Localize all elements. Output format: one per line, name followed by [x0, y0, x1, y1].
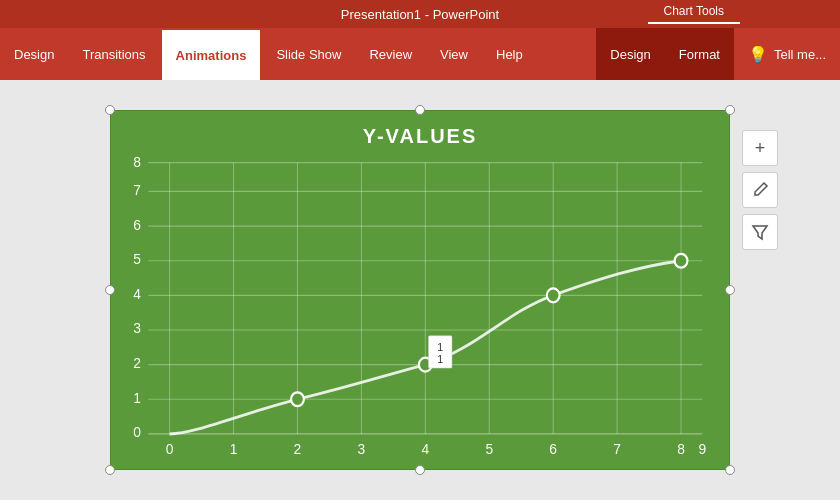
svg-text:8: 8: [677, 440, 685, 457]
app-title: Presentation1 - PowerPoint: [341, 7, 499, 22]
svg-text:1: 1: [437, 353, 443, 365]
svg-text:0: 0: [133, 424, 141, 441]
sidebar-buttons: +: [742, 130, 778, 250]
tab-animations[interactable]: Animations: [160, 28, 263, 80]
chart-tools-label: Chart Tools: [648, 0, 740, 24]
svg-text:4: 4: [133, 285, 141, 302]
svg-text:9: 9: [699, 440, 707, 457]
svg-marker-40: [753, 226, 767, 239]
tab-chart-design[interactable]: Design: [596, 28, 664, 80]
handle-top-right[interactable]: [725, 105, 735, 115]
ribbon: Design Transitions Animations Slide Show…: [0, 28, 840, 80]
brush-icon: [751, 181, 769, 199]
lightbulb-icon: 💡: [748, 45, 768, 64]
chart-svg: 0 1 2 3 4 5 6 7 8 0 1 2 3 4 5 6 7 8 9: [111, 151, 729, 470]
tab-view[interactable]: View: [426, 28, 482, 80]
tell-me-text: Tell me...: [774, 47, 826, 62]
chart-filters-button[interactable]: [742, 214, 778, 250]
data-point-1: [291, 392, 304, 406]
tab-help[interactable]: Help: [482, 28, 537, 80]
handle-middle-left[interactable]: [105, 285, 115, 295]
svg-text:6: 6: [549, 440, 557, 457]
svg-text:2: 2: [133, 355, 141, 372]
tab-review[interactable]: Review: [355, 28, 426, 80]
svg-text:1: 1: [133, 389, 141, 406]
svg-text:6: 6: [133, 216, 141, 233]
handle-top-left[interactable]: [105, 105, 115, 115]
handle-middle-right[interactable]: [725, 285, 735, 295]
title-bar: Presentation1 - PowerPoint Chart Tools: [0, 0, 840, 28]
tab-chart-format[interactable]: Format: [665, 28, 734, 80]
tab-slideshow[interactable]: Slide Show: [262, 28, 355, 80]
chart-area[interactable]: Y-VALUES: [110, 110, 730, 470]
svg-text:2: 2: [294, 440, 302, 457]
svg-text:1: 1: [437, 340, 443, 352]
handle-bottom-right[interactable]: [725, 465, 735, 475]
data-point-4: [675, 254, 688, 268]
handle-bottom-center[interactable]: [415, 465, 425, 475]
chart-wrapper[interactable]: Y-VALUES: [110, 110, 730, 470]
tell-me-area[interactable]: 💡 Tell me...: [734, 28, 840, 80]
chart-styles-button[interactable]: [742, 172, 778, 208]
add-chart-element-button[interactable]: +: [742, 130, 778, 166]
svg-text:7: 7: [133, 181, 141, 198]
handle-bottom-left[interactable]: [105, 465, 115, 475]
tab-transitions[interactable]: Transitions: [68, 28, 159, 80]
handle-top-center[interactable]: [415, 105, 425, 115]
data-point-3: [547, 288, 560, 302]
svg-text:1: 1: [230, 440, 238, 457]
svg-text:3: 3: [358, 440, 366, 457]
svg-text:5: 5: [485, 440, 493, 457]
tab-design[interactable]: Design: [0, 28, 68, 80]
main-content: Y-VALUES: [0, 80, 840, 500]
svg-text:3: 3: [133, 320, 141, 337]
chart-title: Y-VALUES: [111, 111, 729, 148]
svg-text:7: 7: [613, 440, 621, 457]
filter-icon: [751, 223, 769, 241]
svg-text:0: 0: [166, 440, 174, 457]
svg-text:4: 4: [421, 440, 429, 457]
svg-text:8: 8: [133, 154, 141, 171]
svg-text:5: 5: [133, 251, 141, 268]
chart-tools-tabs: Design Format 💡 Tell me...: [596, 28, 840, 80]
